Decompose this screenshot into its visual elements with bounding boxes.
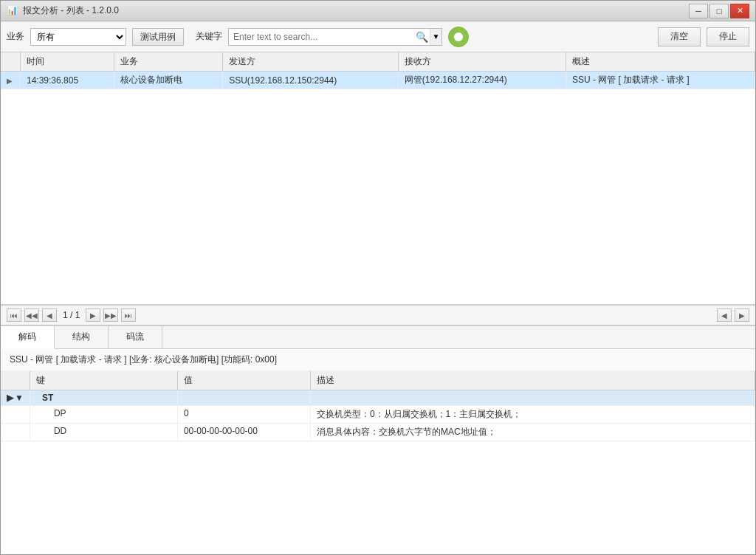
search-dropdown-button[interactable]: ▼ — [430, 29, 441, 45]
maximize-button[interactable]: □ — [709, 4, 729, 18]
stop-button[interactable]: 停止 — [707, 27, 749, 46]
decode-header: SSU - 网管 [ 加载请求 - 请求 ] [业务: 核心设备加断电] [功能… — [1, 349, 755, 371]
next-page-button[interactable]: ▶ — [86, 308, 100, 322]
receiver-col-header: 接收方 — [398, 52, 566, 72]
service-col-header: 业务 — [114, 52, 222, 72]
last-page-button[interactable]: ⏭ — [121, 308, 136, 322]
decode-value-header: 值 — [177, 371, 310, 390]
child-desc-dd: 消息具体内容：交换机六字节的MAC地址值； — [310, 424, 755, 441]
scroll-right-button[interactable]: ▶ — [735, 308, 749, 322]
time-col-header: 时间 — [21, 52, 114, 72]
search-input[interactable] — [229, 30, 413, 44]
row-summary: SSU - 网管 [ 加载请求 - 请求 ] — [566, 72, 755, 89]
expand-col-header — [1, 52, 21, 72]
bottom-panel: 解码 结构 码流 SSU - 网管 [ 加载请求 - 请求 ] [业务: 核心设… — [1, 325, 755, 554]
main-window: 📊 报文分析 - 列表 - 1.2.0.0 ─ □ ✕ 业务 所有 测试用例 关… — [0, 0, 756, 555]
child-expand-dd — [1, 424, 30, 441]
child-key-dp: DP — [30, 406, 177, 424]
child-key-dd: DD — [30, 424, 177, 441]
prev-page-button[interactable]: ◀ — [42, 308, 57, 322]
group-expand-icon[interactable]: ▶▼ — [1, 390, 30, 406]
green-indicator-button[interactable] — [448, 27, 469, 47]
child-desc-dp: 交换机类型：0：从归属交换机；1：主归属交换机； — [310, 406, 755, 424]
tabs-bar: 解码 结构 码流 — [1, 326, 755, 349]
row-receiver: 网管(192.168.12.27:2944) — [398, 72, 566, 89]
row-expand[interactable]: ▶ — [1, 72, 21, 89]
service-select[interactable]: 所有 — [30, 28, 126, 46]
child-expand-dp — [1, 406, 30, 424]
group-desc-st — [310, 390, 755, 406]
decode-child-row-dd[interactable]: DD 00-00-00-00-00-00 消息具体内容：交换机六字节的MAC地址… — [1, 424, 755, 441]
test-case-button[interactable]: 测试用例 — [132, 28, 184, 46]
search-button[interactable]: 🔍 — [413, 29, 430, 45]
sender-col-header: 发送方 — [223, 52, 399, 72]
table-area[interactable]: 时间 业务 发送方 接收方 概述 ▶ 14:39:36.805 核心设备加断电 … — [1, 52, 755, 305]
group-value-st — [177, 390, 310, 406]
summary-col-header: 概述 — [566, 52, 755, 72]
decode-header-row: 键 值 描述 — [1, 371, 755, 390]
tab-decode[interactable]: 解码 — [1, 326, 55, 349]
app-icon: 📊 — [7, 5, 18, 17]
minimize-button[interactable]: ─ — [689, 4, 708, 18]
child-value-dp: 0 — [177, 406, 310, 424]
decode-group-row-st[interactable]: ▶▼ ST — [1, 390, 755, 406]
row-sender: SSU(192.168.12.150:2944) — [223, 72, 399, 89]
decode-child-row-dp[interactable]: DP 0 交换机类型：0：从归属交换机；1：主归属交换机； — [1, 406, 755, 424]
scroll-left-button[interactable]: ◀ — [717, 308, 732, 322]
toolbar: 业务 所有 测试用例 关键字 🔍 ▼ 清空 停止 — [1, 21, 755, 52]
next-next-page-button[interactable]: ▶▶ — [103, 308, 118, 322]
group-key-st: ST — [30, 390, 177, 406]
first-page-button[interactable]: ⏮ — [7, 308, 21, 322]
decode-desc-header: 描述 — [310, 371, 755, 390]
window-title: 报文分析 - 列表 - 1.2.0.0 — [23, 4, 689, 17]
tab-bitstream[interactable]: 码流 — [109, 326, 162, 348]
pagination-bar: ⏮ ◀◀ ◀ 1 / 1 ▶ ▶▶ ⏭ ◀ ▶ — [1, 305, 755, 325]
clear-button[interactable]: 清空 — [658, 27, 701, 46]
page-current: 1 / 1 — [63, 310, 80, 320]
main-table: 时间 业务 发送方 接收方 概述 ▶ 14:39:36.805 核心设备加断电 … — [1, 52, 755, 89]
search-container: 🔍 ▼ — [228, 28, 442, 46]
title-bar: 📊 报文分析 - 列表 - 1.2.0.0 ─ □ ✕ — [1, 1, 755, 21]
row-service: 核心设备加断电 — [114, 72, 222, 89]
table-row[interactable]: ▶ 14:39:36.805 核心设备加断电 SSU(192.168.12.15… — [1, 72, 755, 89]
keyword-label: 关键字 — [196, 30, 222, 43]
close-button[interactable]: ✕ — [730, 4, 749, 18]
tab-structure[interactable]: 结构 — [55, 326, 109, 348]
decode-key-header: 键 — [30, 371, 177, 390]
service-label: 业务 — [7, 30, 24, 43]
row-time: 14:39:36.805 — [21, 72, 114, 89]
table-header-row: 时间 业务 发送方 接收方 概述 — [1, 52, 755, 72]
child-value-dd: 00-00-00-00-00-00 — [177, 424, 310, 441]
prev-prev-page-button[interactable]: ◀◀ — [24, 308, 39, 322]
window-controls: ─ □ ✕ — [689, 4, 749, 18]
decode-expand-header — [1, 371, 30, 390]
decode-panel: SSU - 网管 [ 加载请求 - 请求 ] [业务: 核心设备加断电] [功能… — [1, 349, 755, 554]
decode-table: 键 值 描述 ▶▼ ST DP — [1, 371, 755, 441]
